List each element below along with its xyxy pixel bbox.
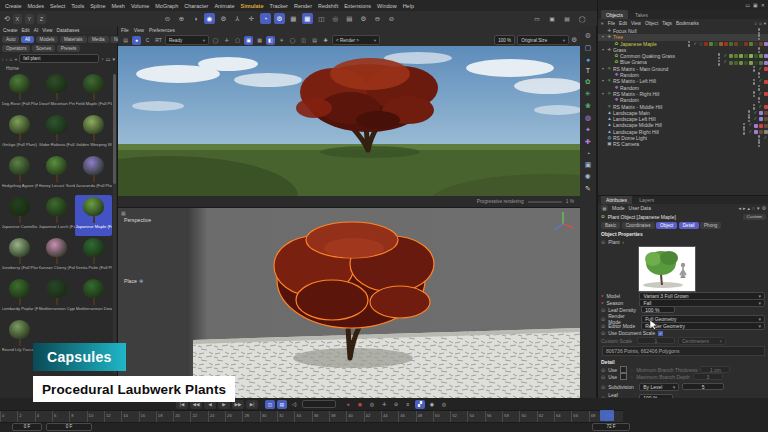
toolbar-icon-4[interactable]: ⚙ — [218, 13, 229, 24]
enabled-checkmark[interactable]: ✓ — [757, 91, 764, 97]
tag-chip[interactable] — [734, 61, 738, 65]
rv-icon-mid-3[interactable]: ▣ — [244, 36, 253, 45]
visibility-dots[interactable] — [743, 123, 746, 129]
tag-chip[interactable] — [729, 61, 733, 65]
toolbar-icon-1[interactable]: ⊕ — [176, 13, 187, 24]
tag-chip[interactable] — [754, 54, 758, 58]
strip-tool-icon-0[interactable]: ⚙ — [585, 32, 591, 40]
toolbar-icon-10[interactable]: ▦ — [302, 13, 313, 24]
tag-chip[interactable] — [744, 42, 748, 46]
toolbar-icon-8[interactable]: ⚙ — [274, 13, 285, 24]
tag-chip[interactable] — [764, 124, 768, 128]
visibility-dots[interactable] — [758, 47, 761, 53]
breadcrumb-home[interactable]: Home — [6, 66, 19, 71]
gear-icon[interactable]: ⚙ — [571, 36, 577, 44]
tag-chip[interactable] — [739, 61, 743, 65]
plant-tile[interactable]: Japanese Camellia (Fal... — [1, 195, 38, 236]
toolbar-icon-15[interactable]: ⊖ — [372, 13, 383, 24]
mode-icon[interactable]: ▦ — [601, 205, 608, 211]
tag-chip[interactable] — [764, 67, 768, 71]
visibility-dots[interactable] — [748, 116, 751, 122]
rv-icon-2[interactable]: C — [143, 36, 152, 45]
axis-x-button[interactable]: X — [13, 14, 22, 24]
plant-tile[interactable]: Mediterranean Cypres... — [38, 277, 75, 318]
plant-tile[interactable]: Japanese Maple (Fall... — [75, 195, 112, 236]
tag-chip[interactable] — [709, 42, 713, 46]
subdivision-mode-dropdown[interactable]: By Level▾ — [639, 383, 679, 391]
layout-icon-2[interactable]: ▤ — [562, 14, 572, 24]
list-icon[interactable]: ≡ — [601, 21, 604, 26]
menu-window[interactable]: Window — [377, 3, 397, 9]
viewport-menu-icon[interactable]: ▦ — [121, 210, 126, 216]
render-target-dropdown[interactable]: < Render >▾ — [332, 35, 380, 45]
subdivision-field[interactable]: 5 — [682, 383, 724, 390]
playback-rate-box[interactable] — [302, 400, 336, 408]
tag-chip[interactable] — [734, 42, 738, 46]
attr-corner-icon-2[interactable]: ▴ — [747, 205, 750, 211]
toolbar-icon-12[interactable]: ◎ — [330, 13, 341, 24]
strip-tool-icon-5[interactable]: ✳ — [585, 90, 591, 98]
toolbar-icon-3[interactable]: ◉ — [204, 13, 215, 24]
tag-chip[interactable] — [714, 42, 718, 46]
tag-chip[interactable] — [719, 42, 723, 46]
category-tab-operators[interactable]: Operators — [2, 45, 30, 52]
menu-help[interactable]: Help — [403, 3, 414, 9]
ab-menu-databases[interactable]: Databases — [57, 28, 80, 33]
visibility-dots[interactable] — [743, 129, 746, 135]
rv-icon-mid-0[interactable]: ◯ — [211, 36, 220, 45]
user-data-label[interactable]: User Data — [629, 205, 652, 211]
tag-chip[interactable] — [759, 124, 763, 128]
max-branch-field[interactable]: 3 — [693, 373, 723, 380]
min-branch-field[interactable]: 1 cm — [700, 366, 730, 373]
attributes-tab-layers[interactable]: Layers — [634, 196, 659, 204]
forward-icon[interactable]: › — [6, 56, 8, 62]
timeline-toggle-2[interactable]: ◁) — [289, 400, 299, 409]
ab-menu-view[interactable]: View — [42, 28, 52, 33]
record-icon-7[interactable]: ◉ — [427, 400, 437, 409]
visibility-dots[interactable] — [758, 85, 761, 91]
asset-browser-scrollbar[interactable] — [113, 74, 116, 374]
plant-tile[interactable]: Globe Robinia (Fall Pl... — [38, 113, 75, 154]
visibility-dots[interactable] — [718, 53, 721, 59]
layout-icon-1[interactable]: ▣ — [547, 14, 557, 24]
plant-tile[interactable]: Dog-Rose (Fall Plant) — [1, 72, 38, 113]
tag-chip[interactable] — [764, 92, 768, 96]
tag-chip[interactable] — [749, 42, 753, 46]
obj-menu-edit[interactable]: Edit — [619, 21, 627, 26]
record-icon-1[interactable]: ◉ — [355, 400, 365, 409]
enabled-checkmark[interactable]: ✓ — [757, 66, 764, 72]
use-document-scale-checkbox[interactable]: ✓ — [658, 331, 663, 336]
ab-menu-edit[interactable]: Edit — [21, 28, 29, 33]
obj-corner-icon-1[interactable]: ⌂ — [759, 21, 762, 26]
tag-chip[interactable] — [764, 42, 768, 46]
tag-chip[interactable] — [764, 130, 768, 134]
playhead[interactable] — [600, 410, 614, 421]
menu-extensions[interactable]: Extensions — [344, 3, 371, 9]
plant-tile[interactable]: Kentia Palm (Fall Plant) — [75, 236, 112, 277]
tag-chip[interactable] — [759, 42, 763, 46]
visibility-dots[interactable] — [753, 79, 756, 85]
plant-tile[interactable]: Golden Weeping Willo... — [75, 113, 112, 154]
record-icon-8[interactable]: ◎ — [439, 400, 449, 409]
plant-tile[interactable]: Juneberry (Fall Plant) — [1, 236, 38, 277]
menu-modes[interactable]: Modes — [28, 3, 45, 9]
perspective-viewport[interactable]: ▦ Perspective Place ✛ — [118, 208, 580, 398]
attr-corner-icon-3[interactable]: ○ — [752, 205, 755, 211]
menu-mograph[interactable]: MoGraph — [155, 3, 178, 9]
attr-corner-icon-5[interactable]: ⚙ — [762, 205, 766, 211]
record-icon-5[interactable]: ≡ — [403, 400, 413, 409]
plant-tile[interactable]: Hedgehog Agave (Fall... — [1, 154, 38, 195]
attr-corner-icon-1[interactable]: ▸ — [743, 205, 746, 211]
filter-tab-all[interactable]: All — [21, 36, 34, 43]
detail-header[interactable]: Detail — [598, 358, 768, 366]
strip-tool-icon-9[interactable]: ✚ — [585, 138, 591, 146]
obj-menu-bookmarks[interactable]: Bookmarks — [676, 21, 699, 26]
tag-chip[interactable] — [764, 105, 768, 109]
plant-tile[interactable]: Dwarf Mountain Pine L... — [38, 72, 75, 113]
rv-icon-mid-6[interactable]: ✳ — [277, 36, 286, 45]
history-icon[interactable]: ◔ — [101, 56, 104, 62]
tag-chip[interactable] — [759, 54, 763, 58]
obj-menu-view[interactable]: View — [631, 21, 641, 26]
menu-render[interactable]: Render — [294, 3, 312, 9]
use-max-branch-checkbox[interactable] — [620, 373, 627, 380]
